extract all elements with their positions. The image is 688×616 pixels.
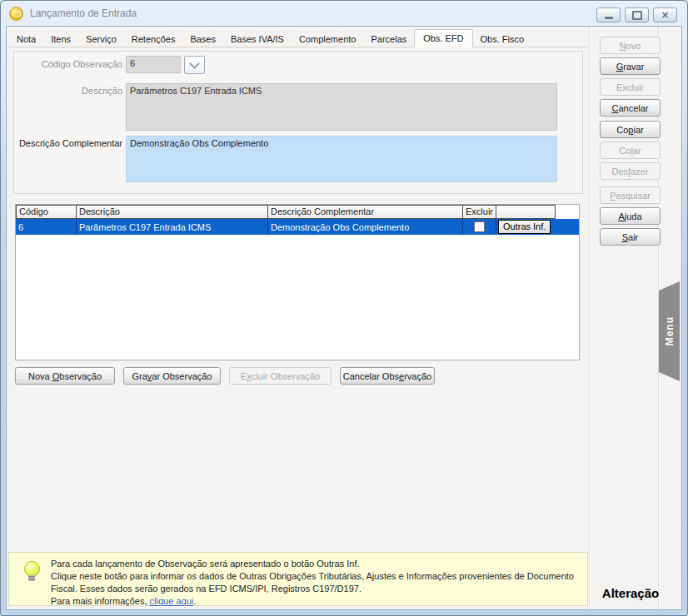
- minimize-button[interactable]: [596, 7, 621, 22]
- cancelar-button[interactable]: Cancelar: [600, 99, 661, 117]
- header-codigo: Código: [16, 205, 77, 219]
- minimize-icon: [605, 17, 613, 19]
- info-text: Para cada lançamento de Observação será …: [51, 558, 581, 608]
- titlebar[interactable]: Lançamento de Entrada: [1, 1, 687, 26]
- client-area: Nota Itens Serviço Retenções Bases Bases…: [6, 26, 682, 610]
- info-line-2: Clique neste botão para informar os dado…: [51, 570, 581, 583]
- descricao-label: Descrição: [14, 86, 122, 96]
- gravar-observacao-button[interactable]: Gravar Observação: [123, 367, 221, 385]
- observation-buttons-row: Nova Observação Gravar Observação Exclui…: [15, 367, 435, 385]
- cancelar-observacao-button[interactable]: Cancelar Observação: [340, 367, 435, 385]
- header-descricao: Descrição: [77, 205, 268, 219]
- excluir-button: Excluir: [600, 78, 661, 96]
- grid-header-row: Código Descrição Descrição Complementar …: [16, 205, 579, 219]
- panel-divider-left: [589, 27, 590, 609]
- tab-servico[interactable]: Serviço: [78, 31, 124, 47]
- codigo-observacao-label: Código Observação: [14, 59, 122, 69]
- info-line-4: Para mais informações, clique aqui.: [51, 595, 581, 608]
- info-panel: Para cada lançamento de Observação será …: [8, 552, 588, 606]
- window-controls: ✕: [596, 7, 677, 22]
- observation-form-group: Código Observação 6 Descrição Parâmetros…: [13, 51, 583, 194]
- tab-obs-fisco[interactable]: Obs. Fisco: [473, 31, 532, 47]
- table-row[interactable]: 6 Parâmetros C197 Entrada ICMS Demonstra…: [16, 219, 579, 235]
- clique-aqui-link[interactable]: clique aqui: [150, 596, 194, 606]
- lightbulb-icon: [22, 561, 41, 581]
- tab-bases-iva-is[interactable]: Bases IVA/IS: [223, 31, 292, 47]
- cell-actions: Outras Inf.: [496, 219, 556, 235]
- header-descricao-complementar: Descrição Complementar: [268, 205, 463, 219]
- info-line-1: Para cada lançamento de Observação será …: [51, 558, 581, 570]
- window-title: Lançamento de Entrada: [30, 7, 137, 19]
- menu-side-tab-label: Menu: [664, 316, 676, 345]
- codigo-observacao-input: 6: [126, 56, 181, 73]
- chevron-down-icon: [189, 58, 200, 69]
- copiar-button[interactable]: Copiar: [600, 121, 661, 138]
- menu-side-tab[interactable]: Menu: [659, 281, 680, 381]
- close-icon: ✕: [661, 11, 669, 20]
- header-actions: [496, 205, 556, 219]
- dialog-window: Lançamento de Entrada ✕ Nota Itens Servi…: [0, 0, 688, 616]
- tab-complemento[interactable]: Complemento: [292, 31, 363, 47]
- tab-bases[interactable]: Bases: [182, 31, 223, 47]
- tab-retencoes[interactable]: Retenções: [124, 31, 183, 47]
- header-excluir: Excluir: [463, 205, 496, 219]
- descricao-complementar-textarea[interactable]: Demonstração Obs Complemento: [126, 136, 557, 182]
- desfazer-button: Desfazer: [600, 162, 661, 180]
- descricao-complementar-label: Descrição Complementar: [14, 138, 122, 148]
- tab-itens[interactable]: Itens: [43, 31, 78, 47]
- maximize-button[interactable]: [625, 7, 649, 22]
- sair-button[interactable]: Sair: [600, 228, 661, 246]
- cell-descricao: Parâmetros C197 Entrada ICMS: [77, 219, 268, 235]
- maximize-icon: [632, 11, 642, 20]
- gravar-button[interactable]: Gravar: [600, 57, 661, 75]
- cell-descricao-complementar: Demonstração Obs Complemento: [268, 219, 463, 235]
- novo-button: Novo: [600, 37, 661, 54]
- descricao-textarea: Parâmetros C197 Entrada ICMS: [126, 83, 557, 131]
- info-line-3: Fiscal. Esses dados serão gerados na EFD…: [51, 583, 581, 595]
- tab-parcelas[interactable]: Parcelas: [363, 31, 414, 47]
- colar-button: Colar: [600, 142, 661, 159]
- cell-excluir: [463, 219, 496, 235]
- observations-grid: Código Descrição Descrição Complementar …: [15, 204, 580, 360]
- app-icon: [9, 7, 23, 21]
- tab-obs-efd[interactable]: Obs. EFD: [414, 29, 472, 47]
- ajuda-button[interactable]: Ajuda: [600, 207, 661, 225]
- codigo-observacao-dropdown-button[interactable]: [184, 56, 205, 74]
- excluir-observacao-button: Excluir Observação: [229, 367, 332, 385]
- nova-observacao-button[interactable]: Nova Observação: [15, 367, 115, 385]
- status-badge: Alteração: [592, 586, 669, 600]
- cell-codigo: 6: [16, 219, 77, 235]
- excluir-checkbox[interactable]: [474, 221, 485, 232]
- outras-inf-button[interactable]: Outras Inf.: [498, 220, 551, 234]
- tab-strip: Nota Itens Serviço Retenções Bases Bases…: [9, 28, 587, 47]
- tab-nota[interactable]: Nota: [9, 31, 43, 47]
- close-button[interactable]: ✕: [653, 7, 677, 22]
- pesquisar-button: Pesquisar: [600, 186, 661, 204]
